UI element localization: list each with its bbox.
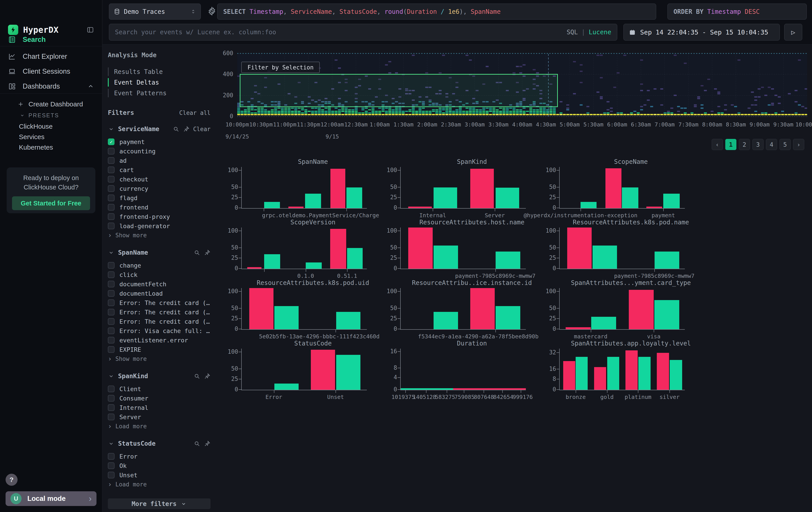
filter-option-server[interactable]: Server xyxy=(108,412,210,422)
delta-chart-spanname[interactable]: SpanName02550100grpc.oteldemo.PaymentSer… xyxy=(226,158,385,219)
filter-option-documentload[interactable]: documentLoad xyxy=(108,289,210,298)
delta-chart-scopename[interactable]: ScopeName02550100@hyperdx/instrumentatio… xyxy=(544,158,703,219)
delta-chart-resourceattributes-host-name[interactable]: ResourceAttributes.host.name02550100paym… xyxy=(385,219,544,279)
help-button[interactable]: ? xyxy=(5,474,18,486)
filter-option-load-generator[interactable]: load-generator xyxy=(108,221,210,231)
filter-option-consumer[interactable]: Consumer xyxy=(108,394,210,403)
duration-heatmap[interactable] xyxy=(237,53,807,117)
checkbox-checked[interactable]: ✓ xyxy=(108,138,115,145)
pin-icon[interactable] xyxy=(204,249,210,256)
pin-icon[interactable] xyxy=(183,126,190,132)
filter-option-client[interactable]: Client xyxy=(108,384,210,394)
filter-option-frontend[interactable]: frontend xyxy=(108,203,210,212)
show-more-button[interactable]: ›Show more xyxy=(108,231,210,240)
checkbox[interactable] xyxy=(108,404,115,411)
checkbox[interactable] xyxy=(108,327,115,334)
checkbox[interactable] xyxy=(108,281,115,287)
filter-option-error-the-credit-card[interactable]: Error: The credit card (… xyxy=(108,307,210,317)
checkbox[interactable] xyxy=(108,271,115,278)
delta-chart-resourceattributes-k8s-pod-name[interactable]: ResourceAttributes.k8s.pod.name02550100p… xyxy=(544,219,703,279)
checkbox[interactable] xyxy=(108,148,115,155)
page-button-4[interactable]: 4 xyxy=(766,139,777,150)
page-button-2[interactable]: 2 xyxy=(739,139,750,150)
filter-option-documentfetch[interactable]: documentFetch xyxy=(108,279,210,289)
filter-option-error-the-credit-card[interactable]: Error: The credit card (… xyxy=(108,298,210,307)
filter-option-click[interactable]: click xyxy=(108,270,210,279)
delta-chart-scopeversion[interactable]: ScopeVersion025501000.1.00.51.1 xyxy=(226,219,385,279)
delta-chart-spankind[interactable]: SpanKind02550100InternalServer xyxy=(385,158,544,219)
filter-option-payment[interactable]: ✓payment xyxy=(108,137,210,146)
delta-chart-statuscode[interactable]: StatusCode02550100ErrorUnset xyxy=(226,340,385,400)
checkbox[interactable] xyxy=(108,290,115,297)
checkbox[interactable] xyxy=(108,337,115,344)
get-started-button[interactable]: Get Started for Free xyxy=(12,196,90,210)
clear-all-button[interactable]: Clear all xyxy=(179,110,210,116)
more-filters-button[interactable]: More filters xyxy=(108,498,210,509)
checkbox[interactable] xyxy=(108,176,115,183)
checkbox[interactable] xyxy=(108,223,115,229)
filter-option-unset[interactable]: Unset xyxy=(108,470,210,480)
checkbox[interactable] xyxy=(108,262,115,269)
filter-option-error[interactable]: Error xyxy=(108,452,210,461)
filter-option-cart[interactable]: cart xyxy=(108,165,210,174)
checkbox[interactable] xyxy=(108,166,115,173)
clear-group-button[interactable]: Clear xyxy=(193,126,210,132)
checkbox[interactable] xyxy=(108,299,115,306)
delta-chart-resourceattributes-k8s-pod-uid[interactable]: ResourceAttributes.k8s.pod.uid025501005e… xyxy=(226,279,385,340)
filter-option-error-the-credit-card[interactable]: Error: The credit card (… xyxy=(108,317,210,326)
analysis-mode-event-patterns[interactable]: Event Patterns xyxy=(108,88,210,99)
lang-lucene-option[interactable]: Lucene xyxy=(589,28,611,36)
filter-option-internal[interactable]: Internal xyxy=(108,403,210,412)
search-icon[interactable] xyxy=(173,126,179,132)
pin-icon[interactable] xyxy=(204,440,210,447)
filter-option-frontend-proxy[interactable]: frontend-proxy xyxy=(108,212,210,221)
source-select[interactable]: Demo Traces xyxy=(109,4,201,20)
checkbox[interactable] xyxy=(108,385,115,392)
search-input[interactable] xyxy=(115,28,567,36)
checkbox[interactable] xyxy=(108,185,115,192)
analysis-mode-results-table[interactable]: Results Table xyxy=(108,66,210,77)
page-button-5[interactable]: 5 xyxy=(780,139,791,150)
search-icon[interactable] xyxy=(194,373,200,380)
checkbox[interactable] xyxy=(108,194,115,201)
checkbox[interactable] xyxy=(108,453,115,460)
sidebar-item-chart-explorer[interactable]: Chart Explorer xyxy=(0,51,102,62)
load-more-button[interactable]: ›Load more xyxy=(108,480,210,489)
sidebar-collapse-icon[interactable] xyxy=(86,26,94,34)
pin-icon[interactable] xyxy=(204,373,210,380)
page-prev-button[interactable]: ‹ xyxy=(712,139,723,150)
preset-clickhouse[interactable]: ClickHouse xyxy=(19,123,53,130)
filter-option-checkout[interactable]: checkout xyxy=(108,174,210,184)
checkbox[interactable] xyxy=(108,204,115,211)
checkbox[interactable] xyxy=(108,157,115,164)
source-settings-gear-icon[interactable] xyxy=(207,6,217,16)
order-by-input[interactable]: ORDER BY Timestamp DESC xyxy=(667,4,807,20)
page-next-button[interactable]: › xyxy=(793,139,804,150)
lang-sql-option[interactable]: SQL xyxy=(567,28,578,36)
select-clause-input[interactable]: SELECT Timestamp, ServiceName, StatusCod… xyxy=(217,4,656,20)
search-icon[interactable] xyxy=(194,440,200,447)
create-dashboard-button[interactable]: Create Dashboard xyxy=(0,99,102,110)
page-button-3[interactable]: 3 xyxy=(752,139,763,150)
filter-by-selection-button[interactable]: Filter by Selection xyxy=(241,62,320,73)
checkbox[interactable] xyxy=(108,309,115,316)
load-more-button[interactable]: ›Load more xyxy=(108,422,210,431)
filter-option-expire[interactable]: EXPIRE xyxy=(108,345,210,354)
filter-option-accounting[interactable]: accounting xyxy=(108,146,210,156)
checkbox[interactable] xyxy=(108,395,115,402)
checkbox[interactable] xyxy=(108,472,115,478)
chevron-down-icon[interactable] xyxy=(108,126,115,132)
filter-option-flagd[interactable]: flagd xyxy=(108,193,210,203)
checkbox[interactable] xyxy=(108,462,115,469)
filter-option-ad[interactable]: ad xyxy=(108,156,210,165)
filter-option-error-visa-cache-full[interactable]: Error: Visa cache full: … xyxy=(108,326,210,335)
checkbox[interactable] xyxy=(108,346,115,353)
sidebar-item-dashboards[interactable]: Dashboards xyxy=(0,81,102,92)
preset-services[interactable]: Services xyxy=(19,133,45,141)
delta-chart-resourceattribu-ice-instance-id[interactable]: ResourceAttribu..ice.instance.id02550100… xyxy=(385,279,544,340)
run-query-button[interactable]: ▷ xyxy=(784,24,802,41)
chevron-down-icon[interactable] xyxy=(108,373,115,380)
checkbox[interactable] xyxy=(108,413,115,420)
sidebar-item-client-sessions[interactable]: Client Sessions xyxy=(0,66,102,77)
delta-chart-spanattributes-app-loyalty-level[interactable]: SpanAttributes.app.loyalty.level081632br… xyxy=(544,340,703,400)
